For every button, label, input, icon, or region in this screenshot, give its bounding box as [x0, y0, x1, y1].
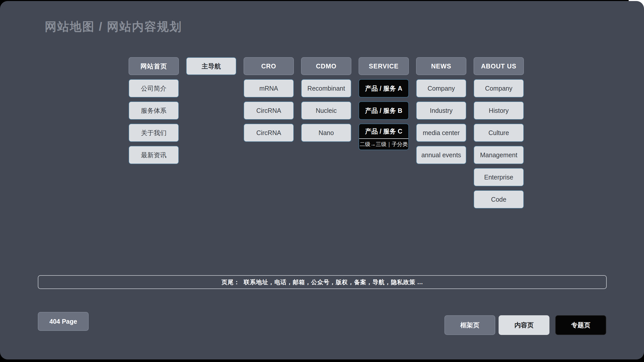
node-404-page[interactable]: 404 Page — [38, 312, 89, 331]
column-cdmo: CDMO Recombinant Nucleic Nano — [301, 57, 351, 146]
column-about-us: ABOUT US Company History Culture Managem… — [474, 57, 524, 212]
node-nano[interactable]: Nano — [301, 124, 351, 142]
node-about-company[interactable]: Company — [474, 79, 524, 98]
node-annual-events[interactable]: annual events — [416, 146, 466, 164]
node-about-culture[interactable]: Culture — [474, 124, 524, 142]
node-product-service-b[interactable]: 产品 / 服务 B — [359, 101, 409, 120]
node-latest-news[interactable]: 最新资讯 — [129, 146, 179, 164]
column-news: NEWS Company Industry media center annua… — [416, 57, 466, 168]
node-recombinant[interactable]: Recombinant — [301, 79, 351, 98]
node-about-us-cn[interactable]: 关于我们 — [129, 124, 179, 142]
node-company-intro[interactable]: 公司简介 — [129, 79, 179, 98]
page-title: 网站地图 / 网站内容规划 — [45, 19, 182, 35]
node-service-system[interactable]: 服务体系 — [129, 101, 179, 120]
legend-frame-page-button[interactable]: 框架页 — [444, 315, 495, 335]
column-main-nav: 主导航 — [186, 57, 236, 79]
legend-topic-page-button[interactable]: 专题页 — [555, 315, 606, 335]
node-circrna-2[interactable]: CircRNA — [244, 124, 294, 142]
node-cdmo-header[interactable]: CDMO — [301, 57, 351, 75]
node-news-header[interactable]: NEWS — [416, 57, 466, 75]
column-cro: CRO mRNA CircRNA CircRNA — [244, 57, 294, 146]
node-mrna[interactable]: mRNA — [244, 79, 294, 98]
node-news-company[interactable]: Company — [416, 79, 466, 98]
node-home-header[interactable]: 网站首页 — [129, 57, 179, 75]
node-main-nav[interactable]: 主导航 — [186, 57, 236, 75]
node-circrna-1[interactable]: CircRNA — [244, 101, 294, 120]
main-panel: 网站地图 / 网站内容规划 网站首页 公司简介 服务体系 关于我们 最新资讯 主… — [0, 1, 644, 359]
node-subcategory-label: 二级→三级｜子分类 — [359, 139, 408, 150]
legend-content-page-button[interactable]: 内容页 — [499, 315, 549, 335]
node-product-service-c[interactable]: 产品 / 服务 C 二级→三级｜子分类 — [359, 124, 409, 150]
node-news-industry[interactable]: Industry — [416, 101, 466, 120]
node-product-service-a[interactable]: 产品 / 服务 A — [359, 79, 409, 98]
node-nucleic[interactable]: Nucleic — [301, 101, 351, 120]
column-home: 网站首页 公司简介 服务体系 关于我们 最新资讯 — [129, 57, 179, 168]
column-service: SERVICE 产品 / 服务 A 产品 / 服务 B 产品 / 服务 C 二级… — [359, 57, 409, 150]
node-about-history[interactable]: History — [474, 101, 524, 120]
node-about-management[interactable]: Management — [474, 146, 524, 164]
node-about-header[interactable]: ABOUT US — [474, 57, 524, 75]
node-cro-header[interactable]: CRO — [244, 57, 294, 75]
node-service-header[interactable]: SERVICE — [359, 57, 409, 75]
node-about-enterprise[interactable]: Enterprise — [474, 168, 524, 186]
sitemap-canvas: 网站地图 / 网站内容规划 网站首页 公司简介 服务体系 关于我们 最新资讯 主… — [0, 0, 644, 362]
node-media-center[interactable]: media center — [416, 124, 466, 142]
footer-node[interactable]: 页尾： 联系地址，电话，邮箱，公众号，版权，备案，导航，隐私政策 ... — [38, 275, 607, 289]
node-product-service-c-label: 产品 / 服务 C — [359, 124, 408, 138]
node-about-code[interactable]: Code — [474, 190, 524, 209]
